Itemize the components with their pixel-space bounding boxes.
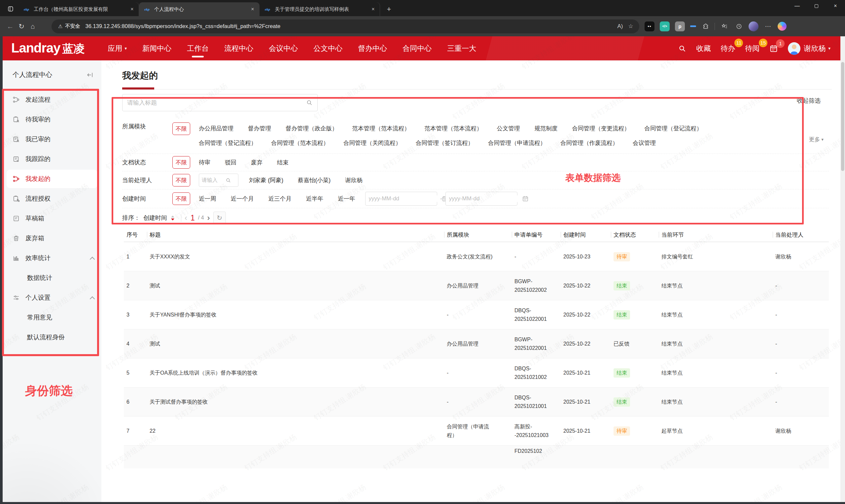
sidebar-item-发起流程[interactable]: 发起流程: [3, 90, 101, 110]
sidebar-item-我已审的[interactable]: 我已审的: [3, 129, 101, 149]
extensions-puzzle-icon[interactable]: [701, 21, 710, 31]
browser-menu-icon[interactable]: ⋯: [763, 21, 773, 31]
status-option[interactable]: 待审: [199, 158, 210, 166]
nav-item-工作台[interactable]: 工作台: [187, 36, 209, 60]
created-option[interactable]: 近三个月: [268, 195, 292, 203]
title-search-box[interactable]: [122, 94, 318, 111]
reload-icon[interactable]: ↻: [16, 21, 27, 32]
nav-item-督办中心[interactable]: 督办中心: [358, 36, 387, 60]
module-option[interactable]: 公文管理: [497, 124, 520, 132]
sidebar-item-数据统计[interactable]: 数据统计: [3, 268, 101, 288]
sidebar-item-流程授权[interactable]: 流程授权: [3, 189, 101, 209]
module-option[interactable]: 合同管理（关闭流程）: [344, 139, 401, 147]
address-bar[interactable]: ⚠ 不安全 36.139.12.245:8088/sys/lbpmperson/…: [52, 19, 639, 33]
module-option[interactable]: 合同管理（范本流程）: [271, 139, 329, 147]
extension-underscore-icon[interactable]: [690, 25, 696, 27]
table-row[interactable]: 722合同管理（申请流程）高新投--202510210032025-10-21待…: [124, 416, 829, 445]
sidebar-item-我发起的[interactable]: 我发起的: [6, 170, 98, 188]
calendar-link[interactable]: 1: [769, 44, 778, 53]
table-row[interactable]: 5关于OA系统上线培训（演示）督办事项的签收-DBQS-202510210022…: [124, 358, 829, 387]
extension-p-icon[interactable]: p: [675, 21, 685, 31]
toread-link[interactable]: 待阅 15: [745, 43, 759, 53]
extension-code-icon[interactable]: </>: [660, 21, 670, 31]
extension-dots-icon[interactable]: ●●: [645, 21, 654, 31]
browser-tab[interactable]: ekp工作台（赣州高新区投资发展有限×: [18, 2, 139, 16]
search-icon[interactable]: [678, 44, 686, 53]
sidebar-item-草稿箱[interactable]: 草稿箱: [3, 209, 101, 229]
copilot-icon[interactable]: [778, 22, 787, 31]
handler-option[interactable]: 蔡嘉怡(小菜): [298, 176, 331, 184]
nav-item-三重一大[interactable]: 三重一大: [447, 36, 476, 60]
close-button[interactable]: ×: [826, 0, 845, 12]
module-option[interactable]: 督办管理（政企版）: [286, 124, 338, 132]
title-link[interactable]: 22: [147, 423, 444, 439]
sidebar-item-个人设置[interactable]: 个人设置: [3, 288, 101, 308]
nav-item-新闻中心[interactable]: 新闻中心: [142, 36, 171, 60]
filter-any-chip[interactable]: 不限: [172, 156, 190, 169]
home-icon[interactable]: ⌂: [27, 21, 38, 32]
title-link[interactable]: 关于YANSHI督办事项的签收: [147, 307, 444, 323]
handler-search-input[interactable]: [202, 177, 226, 183]
filter-any-chip[interactable]: 不限: [172, 123, 190, 135]
next-page-icon[interactable]: ›: [207, 213, 210, 222]
nav-item-公文中心[interactable]: 公文中心: [313, 36, 342, 60]
todo-link[interactable]: 待办 11: [721, 43, 735, 53]
prev-page-icon[interactable]: ‹: [184, 213, 187, 222]
handler-option[interactable]: 刘家豪 (阿豪): [249, 176, 283, 184]
back-icon[interactable]: ←: [5, 21, 16, 32]
title-link[interactable]: 测试: [147, 277, 444, 294]
status-option[interactable]: 驳回: [225, 158, 236, 166]
module-option[interactable]: 合同管理（登记流程）: [199, 139, 257, 147]
read-aloud-icon[interactable]: A): [615, 21, 626, 32]
module-option[interactable]: 会议管理: [633, 139, 656, 147]
maximize-button[interactable]: [807, 0, 826, 12]
tab-close-icon[interactable]: ×: [369, 5, 377, 14]
minimize-button[interactable]: —: [788, 0, 807, 12]
browser-tab[interactable]: ekp个人流程中心×: [139, 2, 260, 16]
favorite-star-icon[interactable]: ☆: [626, 21, 636, 32]
browser-tab[interactable]: ekp关于管理员提交的培训填写样例表×: [260, 2, 380, 16]
module-option[interactable]: 范本管理（范本流程）: [352, 124, 410, 132]
handler-search-box[interactable]: [199, 174, 239, 187]
site-security-chip[interactable]: ⚠ 不安全: [58, 23, 80, 29]
module-option[interactable]: 合同管理（申请流程）: [488, 139, 546, 147]
title-link[interactable]: 关于测试督办事项的签收: [147, 394, 444, 410]
more-options-button[interactable]: 更多 ▾: [809, 136, 824, 143]
table-row[interactable]: FD2025102: [124, 445, 829, 468]
nav-item-流程中心[interactable]: 流程中心: [224, 36, 253, 60]
nav-item-会议中心[interactable]: 会议中心: [269, 36, 298, 60]
title-link[interactable]: 关于XXXX的发文: [147, 249, 444, 265]
favorites-link[interactable]: 收藏: [696, 43, 710, 53]
title-search-input[interactable]: [127, 100, 306, 106]
search-icon[interactable]: [306, 100, 313, 106]
sidebar-item-我跟踪的[interactable]: 我跟踪的: [3, 149, 101, 169]
sidebar-item-常用意见[interactable]: 常用意见: [3, 308, 101, 327]
status-option[interactable]: 废弃: [251, 158, 263, 166]
table-row[interactable]: 6关于测试督办事项的签收-DBQS-202510210012025-10-21结…: [124, 387, 829, 416]
calendar-icon[interactable]: [522, 195, 529, 202]
filter-any-chip[interactable]: 不限: [172, 193, 190, 205]
nav-item-应用[interactable]: 应用▾: [108, 36, 127, 60]
module-option[interactable]: 范本管理（范本流程）: [425, 124, 482, 132]
status-option[interactable]: 结束: [277, 158, 288, 166]
nav-item-合同中心[interactable]: 合同中心: [403, 36, 432, 60]
date-from-box[interactable]: [365, 192, 437, 205]
date-to-input[interactable]: [449, 195, 522, 202]
user-menu[interactable]: 谢欣杨 ▾: [788, 42, 830, 55]
scrollbar-thumb[interactable]: [841, 62, 844, 171]
module-option[interactable]: 规范制度: [534, 124, 558, 132]
created-option[interactable]: 近一个月: [231, 195, 254, 203]
module-option[interactable]: 合同管理（作废流程）: [560, 139, 618, 147]
search-icon[interactable]: [226, 178, 231, 183]
date-from-input[interactable]: [369, 195, 442, 202]
sidebar-item-待我审的[interactable]: 待我审的: [3, 110, 101, 129]
tab-actions-icon[interactable]: [5, 4, 16, 14]
title-link[interactable]: 关于OA系统上线培训（演示）督办事项的签收: [147, 365, 444, 381]
tab-close-icon[interactable]: ×: [248, 5, 257, 14]
landray-logo[interactable]: Landray 蓝凌: [11, 41, 85, 56]
module-option[interactable]: 合同管理（登记流程）: [645, 124, 702, 132]
favorites-list-icon[interactable]: [720, 21, 729, 31]
browser-profile-avatar[interactable]: [749, 21, 758, 31]
created-option[interactable]: 近一年: [338, 195, 355, 203]
sidebar-collapse-icon[interactable]: [86, 71, 93, 78]
